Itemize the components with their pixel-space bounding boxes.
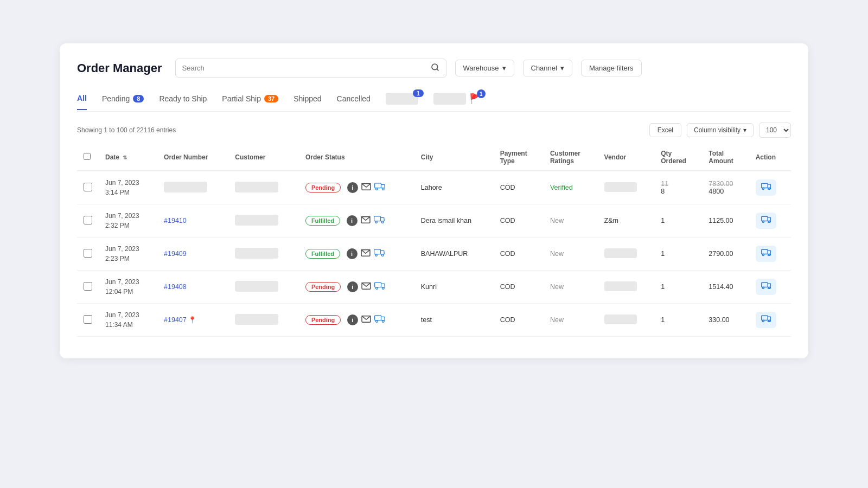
svg-point-4 — [375, 188, 378, 190]
status-badge: Pending — [305, 282, 341, 292]
status-icons: i — [347, 182, 385, 193]
vendor-cell — [598, 171, 655, 204]
verified-status: New — [550, 283, 564, 291]
action-button[interactable] — [756, 179, 776, 196]
verified-status: Verified — [550, 184, 573, 191]
th-customer-ratings: CustomerRatings — [544, 144, 598, 171]
verified-status: New — [550, 316, 564, 324]
search-input[interactable] — [182, 64, 426, 72]
action-button[interactable] — [756, 213, 776, 229]
manage-filters-button[interactable]: Manage filters — [581, 60, 642, 76]
info-icon: i — [347, 248, 358, 259]
channel-filter-button[interactable]: Channel ▾ — [523, 60, 572, 76]
vendor-cell: Z&m — [598, 204, 655, 237]
tab-shipped[interactable]: Shipped — [293, 94, 321, 110]
order-number-placeholder — [164, 182, 207, 192]
column-visibility-button[interactable]: Column visibility ▾ — [687, 123, 754, 137]
action-cell — [749, 204, 791, 237]
customer-cell — [228, 204, 299, 237]
customer-placeholder — [235, 215, 278, 226]
customer-ratings-cell: New — [544, 304, 598, 337]
row-checkbox-cell — [77, 171, 99, 204]
per-page-select[interactable]: 100 50 25 — [759, 123, 791, 138]
order-number: #19409 — [164, 250, 187, 258]
row-checkbox[interactable] — [84, 315, 92, 324]
table-row: Jun 7, 20233:14 PM Pending i — [77, 171, 791, 204]
row-checkbox[interactable] — [84, 282, 92, 291]
tab-extra2[interactable]: 🚩 1 — [433, 93, 481, 111]
svg-point-7 — [762, 188, 764, 189]
tab-partial-ship[interactable]: Partial Ship 37 — [222, 94, 278, 110]
svg-point-14 — [762, 221, 764, 222]
th-payment-type: PaymentType — [494, 144, 544, 171]
customer-cell — [228, 304, 299, 337]
qty-ordered-cell: 1 — [654, 237, 702, 271]
excel-button[interactable]: Excel — [649, 123, 681, 137]
svg-rect-6 — [761, 183, 768, 188]
action-button[interactable] — [756, 246, 776, 262]
mail-icon — [361, 316, 371, 324]
truck-icon — [374, 281, 385, 292]
vendor-placeholder — [604, 182, 637, 192]
tab-pending[interactable]: Pending 8 — [102, 94, 144, 110]
verified-status: New — [550, 250, 564, 258]
tab-extra1[interactable]: 1 — [386, 93, 418, 111]
date-cell: Jun 7, 202312:04 PM — [99, 271, 157, 304]
row-checkbox[interactable] — [84, 249, 92, 258]
row-checkbox[interactable] — [84, 216, 92, 224]
th-order-number: Order Number — [157, 144, 228, 171]
order-status-cell: Fulfilled i — [299, 204, 414, 237]
vendor-placeholder — [604, 248, 637, 258]
qty-ordered-cell: 1 — [654, 204, 702, 237]
svg-line-1 — [437, 69, 438, 70]
total-amount-cell: 7830.004800 — [702, 171, 749, 204]
vendor-cell — [598, 304, 655, 337]
row-checkbox[interactable] — [84, 183, 92, 191]
svg-rect-34 — [761, 316, 768, 320]
warehouse-filter-button[interactable]: Warehouse ▾ — [455, 60, 514, 76]
action-button[interactable] — [756, 312, 776, 328]
order-number-cell: #19410 — [157, 204, 228, 237]
th-city: City — [414, 144, 494, 171]
order-number-cell: #19409 — [157, 237, 228, 271]
tab-cancelled[interactable]: Cancelled — [337, 94, 371, 110]
svg-rect-31 — [374, 316, 381, 320]
payment-type-cell: COD — [494, 304, 544, 337]
select-all-checkbox[interactable] — [84, 153, 91, 160]
chevron-down-icon: ▾ — [743, 126, 746, 134]
th-vendor: Vendor — [598, 144, 655, 171]
table-header-row: Date ⇅ Order Number Customer Order Statu… — [77, 144, 791, 171]
tabs-container: All Pending 8 Ready to Ship Partial Ship… — [77, 93, 791, 112]
entries-info: Showing 1 to 100 of 22116 entries — [77, 126, 176, 134]
row-checkbox-cell — [77, 271, 99, 304]
svg-rect-3 — [374, 183, 381, 188]
date-cell: Jun 7, 20232:23 PM — [99, 237, 157, 271]
customer-cell — [228, 271, 299, 304]
tab-all[interactable]: All — [77, 94, 87, 110]
table-actions: Excel Column visibility ▾ 100 50 25 — [649, 123, 791, 138]
th-qty-ordered: QtyOrdered — [654, 144, 702, 171]
payment-type-cell: COD — [494, 171, 544, 204]
city-cell: Lahore — [414, 171, 494, 204]
tab-cancelled-label: Cancelled — [337, 94, 371, 103]
truck-icon — [374, 215, 385, 226]
table-controls: Showing 1 to 100 of 22116 entries Excel … — [77, 123, 791, 138]
th-date[interactable]: Date ⇅ — [99, 144, 157, 171]
sort-icon: ⇅ — [123, 155, 127, 160]
status-badge: Pending — [305, 315, 341, 325]
search-icon — [431, 63, 439, 73]
order-status-cell: Pending i — [299, 271, 414, 304]
verified-status: New — [550, 217, 564, 224]
tab-pending-label: Pending — [102, 94, 130, 103]
payment-type-cell: COD — [494, 271, 544, 304]
row-checkbox-cell — [77, 204, 99, 237]
qty-ordered-cell: 118 — [654, 171, 702, 204]
row-checkbox-cell — [77, 304, 99, 337]
order-number-cell: #19408 — [157, 271, 228, 304]
th-action: Action — [749, 144, 791, 171]
order-number: #19407 — [164, 316, 187, 324]
action-button[interactable] — [756, 279, 776, 295]
table-row: Jun 7, 202312:04 PM #19408 Pending i — [77, 271, 791, 304]
tab-ready-to-ship[interactable]: Ready to Ship — [159, 94, 207, 110]
mail-icon — [361, 282, 371, 291]
